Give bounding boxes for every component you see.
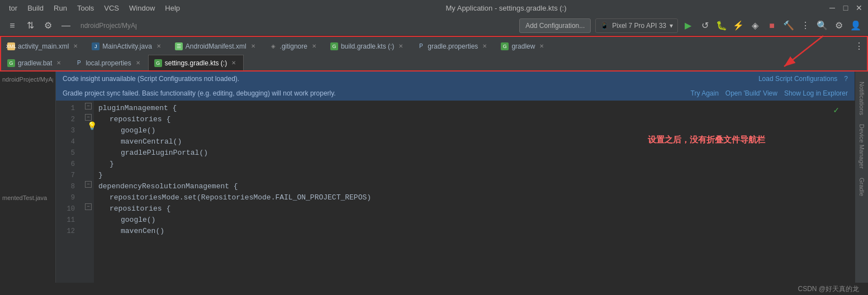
tab-settings-gradle-kts[interactable]: G settings.gradle.kts (:) ✕ <box>148 55 244 70</box>
fold-marker-1[interactable]: − <box>85 103 92 110</box>
tab-gradlew[interactable]: G gradlew ✕ <box>495 38 552 54</box>
try-again-link[interactable]: Try Again <box>691 89 719 97</box>
menu-run[interactable]: Run <box>49 3 72 13</box>
tab-close-activity-main[interactable]: ✕ <box>72 42 79 50</box>
toolbar-minimize-panel-icon[interactable]: — <box>58 18 74 34</box>
notification-script-text: Code insight unavailable (Script Configu… <box>63 75 239 83</box>
close-button[interactable]: ✕ <box>855 3 864 12</box>
add-configuration-button[interactable]: Add Configuration... <box>519 18 591 33</box>
search-everywhere-icon[interactable]: 🔍 <box>814 18 830 34</box>
tab-label: AndroidManifest.xml <box>186 42 246 50</box>
tab-close-mainactivity[interactable]: ✕ <box>155 42 163 50</box>
tab-gitignore[interactable]: ◈ .gitignore ✕ <box>263 38 324 54</box>
tab-mainactivity-java[interactable]: J MainActivity.java ✕ <box>86 38 168 54</box>
menu-tools[interactable]: Tools <box>73 3 98 13</box>
tab-gradle-properties[interactable]: P gradle.properties ✕ <box>411 38 495 54</box>
device-selector[interactable]: 📱 Pixel 7 Pro API 33 ▾ <box>595 18 678 33</box>
breadcrumb-path: ndroidProject/MyAp <box>80 22 136 30</box>
rerun-button[interactable]: ↺ <box>697 18 713 34</box>
device-label: Pixel 7 Pro API 33 <box>612 22 666 30</box>
line-num-5: 5 <box>56 148 78 159</box>
fold-marker-8[interactable]: − <box>85 181 92 188</box>
code-line-5: gradlePluginPortal() <box>98 148 850 159</box>
content-area: ndroidProject/MyAp mentedTest.java Code … <box>0 72 868 283</box>
notification-help-icon[interactable]: ? <box>844 75 848 83</box>
tab-label: .gitignore <box>280 42 307 50</box>
sidebar-gradle[interactable]: Gradle <box>857 174 866 199</box>
menu-window[interactable]: Window <box>125 3 159 13</box>
left-panel: ndroidProject/MyAp mentedTest.java <box>0 72 56 283</box>
tab-label: gradlew.bat <box>18 59 52 67</box>
tab-icon-gradlew-bat: G <box>7 59 15 67</box>
bulb-icon[interactable]: 💡 <box>87 121 97 132</box>
code-line-6: } <box>98 159 850 170</box>
build-button[interactable]: 🔨 <box>781 18 796 34</box>
main-toolbar: ≡ ⇅ ⚙ — ndroidProject/MyAp Add Configura… <box>0 16 868 36</box>
tab-close-settings-gradle[interactable]: ✕ <box>230 59 238 67</box>
menu-tor[interactable]: tor <box>4 3 22 13</box>
tabs-overflow-button[interactable]: ⋮ <box>851 38 867 54</box>
tab-label: local.properties <box>86 59 131 67</box>
menu-vcs[interactable]: VCS <box>99 3 124 13</box>
toolbar-right-actions: ▶ ↺ 🐛 ⚡ ◈ ■ 🔨 ⋮ 🔍 ⚙ 👤 <box>680 18 864 34</box>
tab-gradlew-bat[interactable]: G gradlew.bat ✕ <box>1 55 69 70</box>
tab-icon-git: ◈ <box>269 42 277 50</box>
line-num-6: 6 <box>56 159 78 170</box>
left-panel-breadcrumb: ndroidProject/MyAp <box>2 76 53 83</box>
tab-icon-gradle: G <box>330 42 338 50</box>
tab-activity-main-xml[interactable]: XML activity_main.xml ✕ <box>1 38 86 54</box>
code-content-area[interactable]: pluginManagement { repositories { google… <box>94 101 855 283</box>
tab-close-gradlew-bat[interactable]: ✕ <box>55 59 63 67</box>
tab-close-manifest[interactable]: ✕ <box>249 42 257 50</box>
menu-bar: tor Build Run Tools VCS Window Help My A… <box>0 0 868 16</box>
window-title: My Application - settings.gradle.kts (:) <box>186 4 827 12</box>
menu-help[interactable]: Help <box>160 3 184 13</box>
debug-button[interactable]: 🐛 <box>714 18 729 34</box>
load-script-configurations-link[interactable]: Load Script Configurations <box>758 75 837 83</box>
sidebar-device-manager[interactable]: Device Manager <box>857 121 866 172</box>
tab-build-gradle-kts[interactable]: G build.gradle.kts (:) ✕ <box>324 38 411 54</box>
line-num-9: 9 <box>56 192 78 203</box>
toolbar-sync-icon[interactable]: ⇅ <box>22 18 38 34</box>
open-build-view-link[interactable]: Open 'Build' View <box>725 89 777 97</box>
toolbar-menu-icon[interactable]: ≡ <box>4 18 20 34</box>
maximize-button[interactable]: □ <box>841 3 850 12</box>
code-line-10: repositories { <box>98 203 850 215</box>
line-num-10: 10 <box>56 203 78 215</box>
csdn-watermark: CSDN @好天真的龙 <box>798 284 859 294</box>
tab-close-build-gradle[interactable]: ✕ <box>397 42 405 50</box>
fold-marker-10[interactable]: − <box>85 203 92 210</box>
stop-button[interactable]: ■ <box>764 18 780 34</box>
line-num-12: 12 <box>56 226 78 237</box>
notification-bar-gradle: Gradle project sync failed. Basic functi… <box>56 86 855 101</box>
run-button[interactable]: ▶ <box>680 18 696 34</box>
notification-gradle-text: Gradle project sync failed. Basic functi… <box>63 89 336 97</box>
tab-icon-java: J <box>92 42 99 50</box>
settings-gear-icon[interactable]: ⚙ <box>831 18 847 34</box>
more-actions-icon[interactable]: ⋮ <box>798 18 813 34</box>
tab-local-properties[interactable]: P local.properties ✕ <box>69 55 148 70</box>
tab-androidmanifest-xml[interactable]: ☰ AndroidManifest.xml ✕ <box>169 38 263 54</box>
app-window: tor Build Run Tools VCS Window Help My A… <box>0 0 868 295</box>
show-log-explorer-link[interactable]: Show Log in Explorer <box>784 89 848 97</box>
code-line-2: repositories { <box>98 114 850 125</box>
code-line-4: mavenCentral() <box>98 136 850 148</box>
coverage-button[interactable]: ◈ <box>747 18 763 34</box>
toolbar-settings-icon[interactable]: ⚙ <box>40 18 56 34</box>
profile-button[interactable]: ⚡ <box>731 18 746 34</box>
sidebar-notifications[interactable]: Notifications <box>857 78 866 118</box>
tab-close-gradlew[interactable]: ✕ <box>538 42 546 50</box>
tabs-row-2: G gradlew.bat ✕ P local.properties ✕ G s… <box>1 54 867 70</box>
tab-close-local-properties[interactable]: ✕ <box>134 59 142 67</box>
account-icon[interactable]: 👤 <box>848 18 864 34</box>
tab-close-gradle-properties[interactable]: ✕ <box>481 42 488 50</box>
minimize-button[interactable]: ─ <box>828 3 837 12</box>
line-num-1: 1 <box>56 103 78 114</box>
tab-close-gitignore[interactable]: ✕ <box>310 42 318 50</box>
right-sidebar: Notifications Device Manager Gradle <box>855 72 868 283</box>
menu-build[interactable]: Build <box>23 3 48 13</box>
fold-marker-2[interactable]: − <box>85 114 92 121</box>
bottom-bar: CSDN @好天真的龙 <box>0 283 868 295</box>
editor-checkmark: ✓ <box>833 105 839 117</box>
notification-bar1-links: Load Script Configurations ? <box>758 75 848 83</box>
